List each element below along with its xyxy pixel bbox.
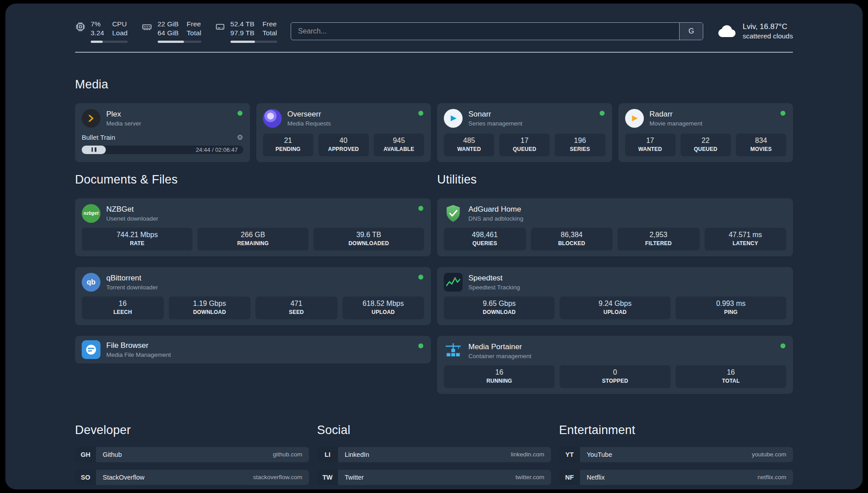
app-card-filebrowser[interactable]: File Browser Media File Management [75,336,431,363]
status-dot [418,343,423,348]
app-card-overseerr[interactable]: Overseerr Media Requests 21 PENDING 40 A… [256,103,431,162]
cpu-bar [91,41,128,43]
stat-value: 0 [561,368,668,376]
bookmark-twitter[interactable]: TW Twitter twitter.com [317,470,551,485]
stats-row: 21 PENDING 40 APPROVED 945 AVAILABLE [263,129,425,156]
stats-row: 16 RUNNING 0 STOPPED 16 TOTAL [444,360,786,388]
stat-value: 0.993 ms [677,300,785,308]
memory-free-label: Free [187,20,201,29]
section-title-utilities: Utilities [437,173,793,187]
stat-tile: 2,953 FILTERED [618,228,700,251]
bookmark-icon: NF [559,470,580,485]
speedtest-icon [444,273,463,292]
section-title-social: Social [317,423,551,437]
storage-total-label: Total [263,29,277,38]
bookmarks-social: Social LI LinkedIn linkedin.com TW Twitt… [317,423,551,485]
app-card-speedtest[interactable]: Speedtest Speedtest Tracking 9.65 Gbps D… [437,267,793,325]
bookmark-icon: TW [317,470,338,485]
storage-widget: 52.4 TB 97.9 TB Free Total [215,20,277,43]
weather-location: Lviv, 16.87°C [743,22,793,31]
bookmark-linkedin[interactable]: LI LinkedIn linkedin.com [317,447,551,462]
system-metrics: 7% 3.24 CPU Load [75,20,277,43]
stat-tile: 471 SEED [255,297,338,319]
section-title-developer: Developer [75,423,309,437]
qbittorrent-icon: qb [82,273,100,292]
search-engine-button[interactable]: G [679,23,703,40]
stat-tile: 47.571 ms LATENCY [705,228,787,251]
bookmarks-entertainment: Entertainment YT YouTube youtube.com NF … [559,423,793,489]
status-dot [418,275,423,280]
search-bar: G [291,22,704,40]
app-desc: Usenet downloader [106,215,158,222]
stat-value: 47.571 ms [706,231,785,239]
stat-tile: 86,384 BLOCKED [531,228,613,251]
stat-tile: 0.993 ms PING [676,297,786,319]
stat-label: RUNNING [446,378,553,384]
app-name: Sonarr [468,110,522,119]
memory-widget: 22 GiB 64 GiB Free Total [141,20,201,43]
app-card-plex[interactable]: Plex Media server Bullet Train ⚙ 24:44 /… [75,103,250,162]
stat-value: 17 [627,137,674,145]
player-track-title: Bullet Train [82,134,115,141]
app-card-qbittorrent[interactable]: qb qBittorrent Torrent downloader 16 LEE… [75,267,431,325]
stat-tile: 16 TOTAL [676,365,786,388]
pause-button[interactable] [91,147,97,152]
documents-section: Documents & Files nzbget NZBGet Usenet d… [75,173,431,363]
cpu-load: 3.24 [91,29,104,38]
stat-label: QUEUED [501,146,548,152]
stats-row: 744.21 Mbps RATE 266 GB REMAINING 39.6 T… [82,223,424,251]
bookmark-name: Netflix [587,474,605,481]
status-dot [780,343,785,348]
stat-label: RATE [83,240,191,246]
app-card-sonarr[interactable]: Sonarr Series management 485 WANTED 17 Q… [437,103,612,162]
app-name: File Browser [106,341,171,350]
bookmark-domain: linkedin.com [511,451,544,458]
app-desc: Media server [106,120,141,127]
stat-value: 485 [446,137,492,145]
stat-label: DOWNLOAD [171,309,249,315]
stat-label: TOTAL [677,378,785,384]
app-card-adguard[interactable]: AdGuard Home DNS and adblocking 498,461 … [437,198,793,256]
stat-tile: 39.6 TB DOWNLOADED [313,228,424,251]
bookmark-name: Github [103,451,122,458]
stat-tile: 266 GB REMAINING [197,228,308,251]
app-desc: DNS and adblocking [468,215,523,222]
bookmark-github[interactable]: GH Github github.com [75,447,309,462]
app-card-portainer[interactable]: Media Portainer Container management 16 … [437,336,793,394]
cpu-icon [75,21,86,32]
stat-label: PING [677,309,785,315]
stat-tile: 16 LEECH [82,297,164,319]
stat-value: 834 [738,137,785,145]
stat-label: REMAINING [199,240,306,246]
weather-widget[interactable]: Lviv, 16.87°C scattered clouds [717,22,793,40]
now-playing-widget: Bullet Train ⚙ 24:44 / 02:06:47 [82,133,243,154]
player-time: 24:44 / 02:06:47 [196,146,238,153]
stat-label: FILTERED [619,240,698,246]
stat-value: 39.6 TB [315,231,422,239]
bookmark-icon: GH [75,447,96,462]
bookmark-youtube[interactable]: YT YouTube youtube.com [559,447,793,462]
section-title-documents: Documents & Files [75,173,431,187]
stat-label: DOWNLOADED [315,240,422,246]
bookmark-stackoverflow[interactable]: SO StackOverflow stackoverflow.com [75,470,309,485]
stat-label: QUERIES [446,240,524,246]
app-card-nzbget[interactable]: nzbget NZBGet Usenet downloader 744.21 M… [75,198,431,256]
bookmarks-developer: Developer GH Github github.com SO StackO… [75,423,309,489]
bookmark-netflix[interactable]: NF Netflix netflix.com [559,470,793,485]
stat-value: 16 [83,300,162,308]
stat-value: 471 [257,300,336,308]
stat-label: BLOCKED [533,240,611,246]
status-dot [600,111,605,116]
app-card-radarr[interactable]: Radarr Movie management 17 WANTED 22 QUE… [618,103,793,162]
stat-value: 196 [556,137,603,145]
storage-free-label: Free [263,20,277,29]
player-settings-icon[interactable]: ⚙ [237,133,243,142]
player-progress-bar[interactable]: 24:44 / 02:06:47 [82,146,243,154]
search-input[interactable] [291,23,680,40]
stat-tile: 17 WANTED [625,134,676,156]
filebrowser-icon [82,340,100,359]
app-desc: Movie management [650,120,703,127]
status-dot [418,111,423,116]
stat-value: 9.24 Gbps [561,300,668,308]
stat-tile: 16 RUNNING [444,365,555,388]
